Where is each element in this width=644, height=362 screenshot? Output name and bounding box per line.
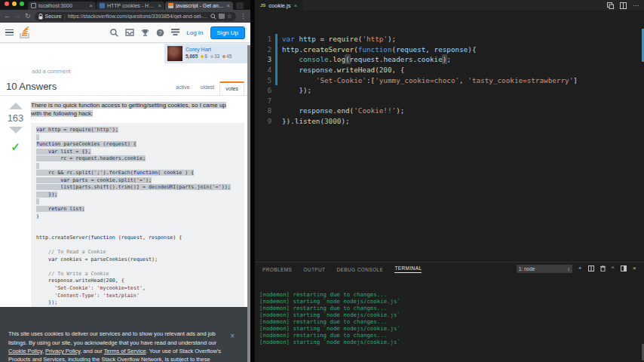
answers-header: 10 Answers active oldest votes [6,81,244,95]
stackoverflow-favicon [168,3,173,8]
zoom-icon[interactable] [210,14,216,20]
sort-tab-oldest[interactable]: oldest [195,81,220,95]
tab-close-icon[interactable]: × [226,3,230,9]
downvote-icon[interactable] [9,127,23,133]
code-editor[interactable]: 1var http = require('http');2http.create… [255,11,644,262]
tab-output[interactable]: OUTPUT [303,265,325,272]
overview-ruler-marker [642,29,644,62]
stackoverflow-logo-icon[interactable] [20,26,30,38]
code-line [36,242,239,250]
answer-text-line: There is no quick function access to get… [31,102,244,110]
editor-tabbar: JS cookie.js × ⋯ [255,0,644,11]
minimize-window-button[interactable] [12,2,17,6]
reload-icon[interactable]: ↻ [25,13,31,20]
banner-text-line: This site uses cookies to deliver our se… [8,330,242,338]
bottom-panel: PROBLEMS OUTPUT DEBUG CONSOLE TERMINAL 1… [255,262,644,362]
line-number: 2 [257,44,271,55]
page-scrollbar[interactable] [247,45,250,362]
split-terminal-icon[interactable] [588,265,594,272]
browser-tab-mdn[interactable]: HTTP cookies - HTTP | × [97,2,164,10]
user-reputation: 5,66583345 [186,53,232,60]
address-bar[interactable]: Secure | https://stackoverflow.com/quest… [35,12,236,21]
help-icon[interactable]: ? [156,29,164,37]
zoom-window-button[interactable] [20,2,24,6]
editor-code-line: 9}).listen(3000); [257,116,644,127]
new-terminal-icon[interactable]: + [578,265,582,272]
toggle-panel-icon[interactable] [621,265,627,272]
line-number: 6 [257,85,271,96]
so-topbar: ? Log In Sign Up [0,23,250,43]
code-line: }); [36,299,239,307]
sort-tab-votes[interactable]: votes [219,81,244,95]
line-number: 4 [257,65,271,75]
terminal-shell-select[interactable]: 1: node↕ [517,265,572,273]
answer: 163 ✓ There is no quick function access … [0,100,250,311]
code-line: 'Content-Type': 'text/plain' [36,293,239,300]
terminal-line: [nodemon] starting `node nodejs/cookie.j… [259,339,639,345]
terminal[interactable]: [nodemon] restarting due to changes...[n… [259,278,639,362]
code-line: list[parts.shift().trim()] = decodeURI(p… [36,184,239,192]
banner-close-icon[interactable]: × [230,332,235,340]
back-icon[interactable]: ← [4,13,11,20]
hamburger-menu-icon[interactable] [5,29,14,36]
tab-close-icon[interactable]: × [158,3,161,9]
terminal-line: [nodemon] restarting due to changes... [259,305,639,311]
achievements-trophy-icon[interactable] [141,29,149,37]
split-editor-icon[interactable] [620,2,627,9]
editor-tab-cookiejs[interactable]: JS cookie.js × [255,0,302,11]
maximize-panel-icon[interactable]: ^ [612,265,615,272]
browser-menu-icon[interactable]: ⋮ [240,13,247,20]
line-number: 1 [257,34,271,44]
sort-tab-active[interactable]: active [170,81,195,95]
secure-label: Secure [45,14,62,19]
browser-tab-stackoverflow[interactable]: javascript - Get and Se × [165,2,233,10]
open-changes-icon[interactable] [607,2,614,9]
upvote-icon[interactable] [9,103,23,109]
search-icon[interactable] [110,29,118,37]
terminal-line: [nodemon] starting `node nodejs/cookie.j… [259,298,639,305]
forward-icon[interactable]: → [14,13,21,20]
close-window-button[interactable] [5,2,9,6]
user-avatar[interactable] [167,46,182,61]
terminal-line: [nodemon] starting `node nodejs/cookie.j… [259,325,639,332]
code-line: function parseCookies (request) { [36,141,239,149]
window-controls [2,0,28,10]
tab-problems[interactable]: PROBLEMS [262,265,292,272]
vote-count: 163 [8,112,24,124]
editor-actions: ⋯ [607,0,644,11]
line-number: 9 [257,116,271,127]
code-line: http.createServer(function (request, res… [36,235,239,242]
close-panel-icon[interactable]: × [633,265,636,272]
panel-tabbar: PROBLEMS OUTPUT DEBUG CONSOLE TERMINAL 1… [255,262,644,275]
more-actions-icon[interactable]: ⋯ [633,2,639,9]
editor-code-line: 5 'Set-Cookie':['yummy_cookie=choco', 't… [257,75,644,86]
editor-tab-close-icon[interactable]: × [294,2,298,9]
mdn-favicon [100,3,105,8]
inbox-icon[interactable] [125,29,134,36]
browser-tabstrip: localhost:3000 × HTTP cookies - HTTP | ×… [0,0,250,10]
kill-terminal-trash-icon[interactable] [600,265,606,272]
tab-terminal[interactable]: TERMINAL [394,264,422,273]
accepted-check-icon: ✓ [11,140,20,154]
browser-tab-localhost[interactable]: localhost:3000 × [28,2,96,10]
code-line [36,220,239,228]
bookmark-star-icon[interactable]: ☆ [227,13,232,20]
editor-code-line: 1var http = require('http'); [257,34,644,44]
tab-close-icon[interactable]: × [89,3,93,9]
code-line: rc && rc.split(';').forEach(function( co… [36,170,239,177]
login-link[interactable]: Log In [186,29,203,36]
new-tab-button[interactable] [236,2,244,9]
code-line: // To Read a Cookie [36,249,239,256]
editor-code-line: 6 }); [257,85,644,96]
editor-code-line: 2http.createServer(function(request, res… [257,44,644,55]
tab-debug-console[interactable]: DEBUG CONSOLE [336,265,383,272]
answer-text-line: with the following hack: [31,110,244,118]
add-comment-link[interactable]: add a comment [32,68,250,75]
browser-toolbar: ← → ↻ Secure | https://stackoverflow.com… [0,10,250,23]
site-switcher-icon[interactable] [171,29,179,36]
signup-button[interactable]: Sign Up [210,26,245,39]
translate-icon[interactable] [219,14,225,19]
code-line: var cookies = parseCookies(request); [36,256,239,264]
so-topbar-icons: ? Log In Sign Up [110,26,245,39]
user-name-link[interactable]: Corey Hart [186,46,232,53]
